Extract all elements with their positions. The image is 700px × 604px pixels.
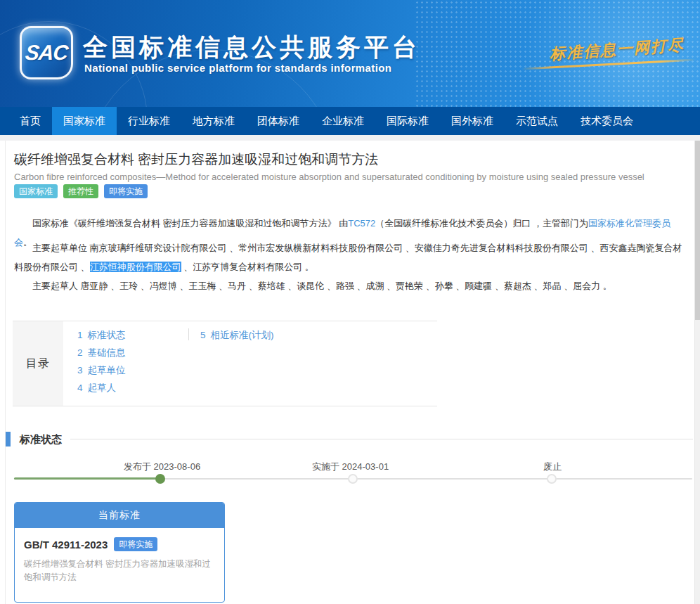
card-badge-upcoming: 即将实施 bbox=[114, 537, 157, 551]
p1-prefix: 国家标准《碳纤维增强复合材料 密封压力容器加速吸湿和过饱和调节方法》 由 bbox=[32, 218, 348, 229]
timeline-label-implemented: 实施于 2024-03-01 bbox=[312, 461, 389, 473]
tc572-link[interactable]: TC572 bbox=[348, 218, 375, 229]
site-title: 全国标准信息公共服务平台 bbox=[83, 31, 420, 64]
card-body: GB/T 42911-2023 即将实施 碳纤维增强复合材料 密封压力容器加速吸… bbox=[15, 528, 224, 585]
toc-item-drafting-units[interactable]: 3起草单位 bbox=[77, 361, 126, 379]
paragraph-drafting-units: 主要起草单位 南京玻璃纤维研究设计院有限公司 、常州市宏发纵横新材料科技股份有限… bbox=[14, 238, 685, 276]
scrollbar-thumb[interactable] bbox=[695, 141, 700, 320]
toc-label: 目录 bbox=[13, 321, 63, 406]
toc-column-2: 5相近标准(计划) bbox=[200, 326, 274, 344]
toc-column-1: 1标准状态 2基础信息 3起草单位 4起草人 bbox=[77, 326, 126, 397]
timeline-label-abolished: 废止 bbox=[543, 461, 562, 473]
nav-item-group-standard[interactable]: 团体标准 bbox=[246, 107, 311, 135]
standard-title-en: Carbon fibre reinforced composites—Metho… bbox=[14, 172, 644, 182]
nav-separator-band bbox=[0, 135, 700, 141]
toc-item-standard-status[interactable]: 1标准状态 bbox=[77, 326, 126, 344]
main-nav: 首页 国家标准 行业标准 地方标准 团体标准 企业标准 国际标准 国外标准 示范… bbox=[0, 107, 700, 135]
site-banner: SAC 全国标准信息公共服务平台 National public service… bbox=[0, 0, 700, 107]
badge-upcoming: 即将实施 bbox=[104, 184, 148, 198]
nav-item-home[interactable]: 首页 bbox=[8, 107, 52, 135]
section-title-rule bbox=[70, 439, 693, 439]
toc-item-drafters[interactable]: 4起草人 bbox=[77, 379, 126, 397]
toc-item-similar-standards[interactable]: 5相近标准(计划) bbox=[200, 326, 274, 344]
standard-title-cn: 碳纤维增强复合材料 密封压力容器加速吸湿和过饱和调节方法 bbox=[14, 150, 378, 169]
card-description: 碳纤维增强复合材料 密封压力容器加速吸湿和过饱和调节方法 bbox=[24, 558, 215, 585]
badge-national-standard: 国家标准 bbox=[14, 184, 58, 198]
nav-item-local-standard[interactable]: 地方标准 bbox=[181, 107, 246, 135]
toc: 目录 1标准状态 2基础信息 3起草单位 4起草人 5相近标准(计划) bbox=[13, 321, 437, 406]
current-standard-card[interactable]: 当前标准 GB/T 42911-2023 即将实施 碳纤维增强复合材料 密封压力… bbox=[14, 502, 225, 603]
standard-badges: 国家标准 推荐性 即将实施 bbox=[14, 184, 153, 198]
sac-logo-text: SAC bbox=[24, 41, 69, 65]
nav-item-industry-standard[interactable]: 行业标准 bbox=[117, 107, 181, 135]
section-accent-bar bbox=[6, 432, 11, 446]
p2-suffix: 、江苏亨博复合材料有限公司 。 bbox=[181, 262, 314, 272]
nav-item-international-standard[interactable]: 国际标准 bbox=[375, 107, 440, 135]
paragraph-drafters: 主要起草人 唐亚静 、王玲 、冯煜博 、王玉梅 、马丹 、蔡培雄 、谈昆伦 、路… bbox=[14, 276, 685, 295]
nav-item-enterprise-standard[interactable]: 企业标准 bbox=[311, 107, 375, 135]
nav-item-demonstration-pilot[interactable]: 示范试点 bbox=[505, 107, 569, 135]
nav-item-technical-committee[interactable]: 技术委员会 bbox=[569, 107, 644, 135]
sac-logo-icon[interactable]: SAC bbox=[20, 26, 73, 79]
p1-middle: （全国碳纤维标准化技术委员会）归口 ，主管部门为 bbox=[375, 218, 588, 229]
timeline-label-published: 发布于 2023-08-06 bbox=[124, 461, 200, 473]
standard-code: GB/T 42911-2023 bbox=[24, 539, 108, 551]
site-subtitle: National public service platform for sta… bbox=[84, 62, 391, 74]
timeline-dot-implemented bbox=[348, 474, 358, 484]
section-title-standard-status: 标准状态 bbox=[20, 433, 62, 446]
toc-column-divider bbox=[188, 328, 189, 340]
nav-item-national-standard[interactable]: 国家标准 bbox=[52, 107, 117, 135]
page: SAC 全国标准信息公共服务平台 National public service… bbox=[0, 0, 700, 604]
content-left-border bbox=[5, 141, 6, 604]
badge-recommended: 推荐性 bbox=[63, 184, 98, 198]
nav-item-foreign-standard[interactable]: 国外标准 bbox=[440, 107, 505, 135]
highlighted-company: 江苏恒神股份有限公司 bbox=[90, 262, 181, 272]
card-header: 当前标准 bbox=[15, 503, 224, 528]
timeline-dot-published bbox=[155, 474, 165, 484]
timeline-dot-abolished bbox=[547, 474, 557, 484]
timeline-progress bbox=[14, 477, 160, 480]
toc-item-basic-info[interactable]: 2基础信息 bbox=[77, 344, 126, 361]
